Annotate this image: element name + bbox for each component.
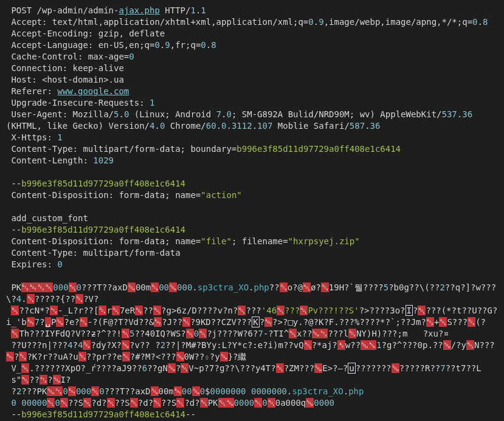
token: Host: <host-domain>.ua (6, 75, 124, 84)
token: 00m (159, 386, 174, 396)
token: 1 (150, 98, 154, 108)
token: 0000 (234, 398, 255, 408)
token: 2 (440, 282, 444, 292)
token: . (216, 121, 221, 131)
token: ␔ (280, 282, 288, 292)
token: ?g?^???0p.?? (382, 340, 443, 350)
token: 5 (384, 282, 388, 292)
token: ␀ (182, 317, 190, 327)
token: ␀ (83, 398, 91, 408)
token: ␁ (128, 282, 136, 292)
token: 2 (161, 340, 165, 350)
token: Chrome/ (165, 121, 205, 131)
token: . (457, 109, 462, 119)
token: 0 (201, 40, 205, 50)
token: 0 (262, 398, 267, 408)
token: ␀ (218, 398, 226, 408)
token: 0 (55, 398, 60, 408)
token: ␀ (130, 398, 138, 408)
token: Accept-Encoding: gzip, deflate (6, 29, 165, 38)
token: ␔ (468, 317, 475, 327)
token: ␂ (55, 386, 63, 396)
token: ␀ (466, 340, 474, 350)
token: E>?—? (322, 363, 348, 373)
token: ?dy?X? (91, 340, 122, 350)
token: ?K?r??uA?u (27, 352, 78, 361)
token: K (252, 317, 259, 327)
token: Connection: keep-alive (6, 63, 124, 73)
token: ␀ (200, 398, 208, 408)
token: s" (6, 375, 21, 385)
token: php (254, 282, 269, 292)
token: . (478, 17, 483, 27)
token: ␃ (21, 282, 29, 292)
token: ␀ (303, 282, 311, 292)
token: ␀ (289, 329, 297, 338)
token: ?9KD??CZV??? (190, 317, 252, 327)
token: HTTP/ (160, 5, 191, 15)
token: 9 (319, 17, 323, 27)
token: ? (73, 340, 78, 350)
token: ␀ (21, 375, 29, 385)
token: . (206, 40, 211, 50)
token: 9 (165, 40, 170, 50)
token: Content-Length: (6, 156, 93, 165)
token: ␔ (37, 282, 45, 292)
token: ␔ (348, 329, 356, 338)
token: . (249, 282, 254, 292)
token: ␀ (153, 306, 161, 315)
token: ␔ (321, 282, 329, 292)
token: Expires: (6, 259, 57, 269)
token: ␁ (392, 363, 399, 373)
http-request-capture: POST /wp-admin/admin-ajax.php HTTP/1.1 A… (0, 0, 504, 421)
token: 60 (206, 121, 216, 131)
token: 3112 (232, 121, 252, 131)
token: . (119, 109, 123, 119)
token: ??|?M#?BYy:L?Y*c?:e?i)m??vQ (165, 340, 304, 350)
token: 7 (216, 109, 221, 119)
token: 0W?? (184, 352, 205, 361)
token: ␀ (122, 329, 129, 338)
token: ␁ (220, 352, 228, 361)
token: 0 (154, 40, 159, 50)
token: -_L?r??[ (58, 306, 98, 315)
token: ␂ (50, 306, 58, 315)
token: ?? (143, 306, 153, 315)
token: ␁ (151, 386, 159, 396)
token: ␔ (78, 352, 86, 361)
token: b996e3f85d11d97729a0ff408e1c6414 (236, 144, 401, 154)
token: ??? (246, 306, 261, 315)
token: ; SM-G892A Bulid/NRD90M; wv) AppleWebKit… (232, 109, 442, 119)
token: ␁ (361, 340, 368, 350)
token: o?@ (288, 282, 303, 292)
token: "hxrpsyej.zip" (288, 236, 360, 246)
token: 0 (99, 386, 104, 396)
token: 00 (159, 282, 169, 292)
token: (? (475, 317, 486, 327)
token: ␀ (277, 306, 285, 315)
token: ??U???n|??? (6, 340, 67, 350)
token: ␁ (306, 398, 314, 408)
token: ␄ (27, 317, 35, 327)
token: 8 (211, 40, 216, 50)
token: ; filename= (232, 236, 288, 246)
token: 0 (63, 386, 67, 396)
token: ???l (328, 329, 348, 338)
token: ␀ (300, 306, 308, 315)
token: 0a000q (275, 398, 306, 408)
token: S??? (447, 317, 468, 327)
token: ?V? (83, 294, 98, 304)
token: Th???IYFdQ?V??ƶ?^??! (19, 329, 122, 338)
token: ?e? (64, 317, 79, 327)
token: I (406, 305, 413, 316)
token: Pv???!??S' (308, 306, 359, 315)
token: ␄ (6, 352, 14, 361)
token: ␁ (168, 363, 176, 373)
token: ??S (161, 398, 176, 408)
token: ␂ (320, 329, 328, 338)
token: 000 (76, 386, 91, 396)
token: ␀ (122, 352, 130, 361)
token: ␀ (254, 398, 262, 408)
token: 1 (57, 132, 62, 142)
token: 0 (472, 17, 477, 27)
